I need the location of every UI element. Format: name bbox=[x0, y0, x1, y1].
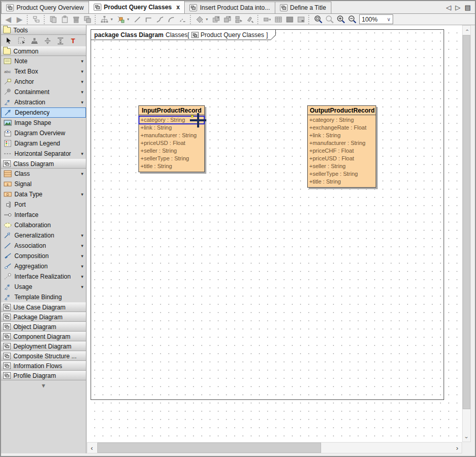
horizontal-scrollbar[interactable]: ‹ › bbox=[87, 442, 462, 453]
palette-item-horizontal-separator[interactable]: Horizontal Separator ▾ bbox=[1, 149, 86, 159]
scroll-left-icon[interactable]: ‹ bbox=[87, 443, 96, 453]
horizontal-scrollbar-thumb[interactable] bbox=[97, 443, 321, 453]
attribute-seller[interactable]: +seller : String bbox=[308, 162, 376, 170]
section-header-package-diagram[interactable]: Package Diagram bbox=[1, 312, 86, 322]
text-tool-icon[interactable]: T bbox=[68, 36, 78, 45]
scroll-up-icon[interactable]: › bbox=[463, 26, 470, 34]
attribute-seller[interactable]: +seller : String bbox=[139, 147, 204, 155]
palette-item-containment[interactable]: Containment ▾ bbox=[1, 87, 86, 97]
chevron-down-icon[interactable]: ▾ bbox=[81, 59, 84, 64]
chevron-down-icon[interactable]: ▾ bbox=[111, 17, 115, 22]
path-curved-icon[interactable] bbox=[166, 14, 177, 25]
attribute-price-usd[interactable]: +priceUSD : Float bbox=[139, 139, 204, 147]
diagram-canvas[interactable]: package Class Diagram Classes[ Product Q… bbox=[87, 25, 462, 442]
palette-item-note[interactable]: Note ▾ bbox=[1, 56, 86, 66]
chevron-down-icon[interactable]: ▾ bbox=[81, 151, 84, 156]
attribute-manufacturer[interactable]: +manufacturer : String bbox=[308, 139, 376, 147]
attribute-title[interactable]: +title : String bbox=[139, 162, 204, 170]
section-header-object-diagram[interactable]: Object Diagram bbox=[1, 322, 86, 332]
palette-item-signal[interactable]: s Signal bbox=[1, 179, 86, 189]
path-straight-icon[interactable] bbox=[132, 14, 143, 25]
image-shape-icon[interactable] bbox=[285, 14, 295, 25]
close-tab-icon[interactable]: x bbox=[177, 4, 180, 11]
palette-item-collaboration[interactable]: Collaboration bbox=[1, 220, 86, 230]
section-header-composite-structure[interactable]: Composite Structure ... bbox=[1, 351, 86, 361]
attribute-manufacturer[interactable]: +manufacturer : String bbox=[139, 132, 204, 139]
grid-icon[interactable] bbox=[273, 14, 284, 25]
path-oblique-icon[interactable] bbox=[155, 14, 165, 25]
chevron-down-icon[interactable]: ▾ bbox=[81, 243, 84, 248]
chevron-down-icon[interactable]: ▾ bbox=[81, 100, 84, 105]
attribute-seller-type[interactable]: +sellerType : String bbox=[139, 155, 204, 162]
palette-item-interface[interactable]: Interface bbox=[1, 210, 86, 220]
section-header-class-diagram[interactable]: Class Diagram bbox=[1, 159, 86, 169]
attribute-category[interactable]: +category : String bbox=[308, 116, 376, 124]
chevron-down-icon[interactable]: ▾ bbox=[81, 253, 84, 259]
distribute-vertical-icon[interactable] bbox=[43, 36, 52, 45]
palette-item-image-shape[interactable]: Image Shape bbox=[1, 118, 86, 128]
palette-item-port[interactable]: Port bbox=[1, 199, 86, 210]
class-name[interactable]: InputProductRecord bbox=[139, 106, 204, 115]
palette-item-class[interactable]: Class ▾ bbox=[1, 169, 86, 179]
class-name[interactable]: OutputProductRecord bbox=[308, 106, 376, 115]
zoom-in-icon[interactable] bbox=[336, 14, 346, 25]
section-header-use-case-diagram[interactable]: Use Case Diagram bbox=[1, 302, 86, 312]
section-header-component-diagram[interactable]: Component Diagram bbox=[1, 332, 86, 341]
copy-icon[interactable] bbox=[48, 14, 59, 25]
attribute-title[interactable]: +title : String bbox=[308, 178, 376, 186]
chevron-down-icon[interactable]: ▾ bbox=[81, 284, 84, 289]
attribute-price-chf[interactable]: +priceCHF : Float bbox=[308, 147, 376, 155]
scroll-down-icon[interactable]: › bbox=[463, 433, 470, 442]
path-rectilinear-icon[interactable] bbox=[144, 14, 154, 25]
palette-item-text-box[interactable]: abc Text Box ▾ bbox=[1, 66, 86, 77]
fill-color-icon[interactable] bbox=[195, 14, 205, 25]
palette-item-interface-realization[interactable]: Interface Realization ▾ bbox=[1, 271, 86, 282]
autosize-icon[interactable] bbox=[262, 14, 272, 25]
class-output-product-record[interactable]: OutputProductRecord +category : String +… bbox=[307, 105, 376, 188]
attribute-seller-type[interactable]: +sellerType : String bbox=[308, 170, 376, 178]
chevron-down-icon[interactable]: ▾ bbox=[206, 17, 210, 22]
section-header-tools[interactable]: Tools bbox=[1, 25, 86, 35]
attribute-exchange-rate[interactable]: +exchangeRate : Float bbox=[308, 124, 376, 132]
palette-item-data-type[interactable]: D Data Type ▾ bbox=[1, 189, 86, 199]
palette-item-aggregation[interactable]: Aggregation ▾ bbox=[1, 261, 86, 271]
layout-tree-icon[interactable] bbox=[99, 14, 110, 25]
sweep-icon[interactable] bbox=[245, 14, 255, 25]
chevron-down-icon[interactable]: ▾ bbox=[81, 192, 84, 197]
palette-item-dependency[interactable]: Dependency bbox=[1, 107, 86, 118]
distribute-horizontal-icon[interactable] bbox=[56, 36, 65, 45]
path-custom-icon[interactable] bbox=[178, 14, 188, 25]
palette-item-diagram-legend[interactable]: Diagram Legend bbox=[1, 138, 86, 149]
chevron-down-icon[interactable]: ▾ bbox=[81, 233, 84, 238]
attribute-category[interactable]: +category : String bbox=[139, 116, 204, 124]
tab-insert-product-data[interactable]: Insert Product Data into... bbox=[184, 2, 275, 13]
chevron-down-icon[interactable]: ▾ bbox=[81, 79, 84, 84]
diagram-list-icon[interactable]: ▤ bbox=[465, 4, 471, 11]
chevron-down-icon[interactable]: ▾ bbox=[81, 171, 84, 176]
back-icon[interactable]: ◀ bbox=[3, 14, 13, 25]
palette-item-association[interactable]: Association ▾ bbox=[1, 241, 86, 251]
palette-item-composition[interactable]: Composition ▾ bbox=[1, 251, 86, 261]
selection-handle[interactable] bbox=[191, 115, 193, 117]
tab-product-query-classes[interactable]: Product Query Classes x bbox=[89, 1, 185, 13]
rubber-band-icon[interactable] bbox=[17, 36, 26, 45]
to-front-icon[interactable] bbox=[211, 14, 221, 25]
palette-item-template-binding[interactable]: B Template Binding bbox=[1, 292, 86, 302]
tab-product-query-overview[interactable]: Product Query Overview bbox=[1, 2, 89, 13]
delete-icon[interactable] bbox=[71, 14, 81, 25]
attribute-link[interactable]: +link : String bbox=[139, 124, 204, 132]
scroll-right-icon[interactable]: › bbox=[453, 443, 462, 453]
class-input-product-record[interactable]: InputProductRecord +category : String +l… bbox=[138, 105, 205, 172]
diagram-frame-label[interactable]: package Class Diagram Classes[ Product Q… bbox=[91, 29, 276, 40]
palette-item-generalization[interactable]: Generalization ▾ bbox=[1, 230, 86, 241]
chevron-down-icon[interactable]: ▾ bbox=[81, 69, 84, 74]
containment-tree-icon[interactable] bbox=[31, 14, 42, 25]
vertical-scrollbar-thumb[interactable] bbox=[463, 35, 470, 409]
select-related-icon[interactable] bbox=[234, 14, 244, 25]
select-cursor-icon[interactable] bbox=[4, 36, 13, 45]
vertical-scrollbar[interactable]: › › bbox=[462, 25, 471, 442]
image-export-icon[interactable] bbox=[296, 14, 306, 25]
chevron-down-icon[interactable]: ▾ bbox=[127, 17, 131, 22]
tab-define-a-title[interactable]: Define a Title bbox=[275, 2, 331, 13]
copy-diagram-icon[interactable] bbox=[82, 14, 93, 25]
